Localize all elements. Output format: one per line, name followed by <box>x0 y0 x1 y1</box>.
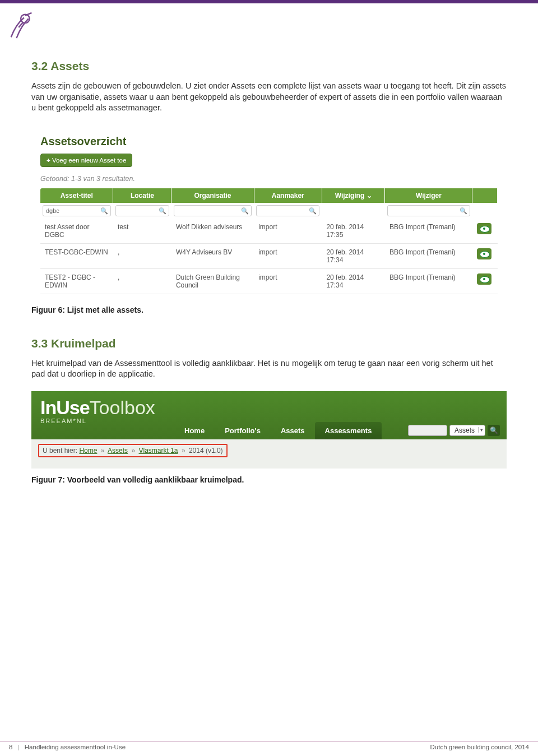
app-header: InUseToolbox BREEAM*NL Home Portfolio's … <box>31 391 507 439</box>
breadcrumb-assets[interactable]: Assets <box>108 447 128 454</box>
filter-modifier-input[interactable] <box>387 205 470 216</box>
search-scope-select[interactable]: Assets <box>449 425 485 436</box>
page-footer: 8 | Handleiding assessmenttool in-Use Du… <box>0 741 538 750</box>
breadcrumb-separator: » <box>182 447 185 454</box>
header-search-area: Assets 🔍 <box>31 421 507 439</box>
breadcrumb-separator: » <box>131 447 135 454</box>
cell-title: test Asset door DGBC <box>40 219 113 244</box>
breadcrumb-current: 2014 (v1.0) <box>189 447 223 454</box>
page-number: 8 <box>9 744 12 750</box>
filter-org-input[interactable] <box>174 205 252 216</box>
cell-location: , <box>113 268 171 294</box>
dgbc-logo <box>7 9 39 41</box>
footer-doc-title: Handleiding assessmenttool in-Use <box>25 744 126 750</box>
header-search-input[interactable] <box>408 425 447 436</box>
brand-inuse: InUse <box>40 397 90 419</box>
figure-7-breadcrumb: InUseToolbox BREEAM*NL Home Portfolio's … <box>31 391 507 469</box>
table-header-row: Asset-titel Locatie Organisatie Aanmaker… <box>40 188 498 203</box>
footer-org: Dutch green building council, 2014 <box>430 744 529 750</box>
view-button[interactable] <box>477 223 491 234</box>
cell-modifier: BBG Import (Tremani) <box>385 243 472 268</box>
cell-creator: import <box>254 219 322 244</box>
add-asset-button[interactable]: Voeg een nieuw Asset toe <box>40 154 132 167</box>
figure-6-asset-overview: Assetsoverzicht Voeg een nieuw Asset toe… <box>31 125 507 299</box>
cell-org: Dutch Green Building Council <box>171 268 254 294</box>
filter-location-input[interactable] <box>115 205 169 216</box>
table-row: test Asset door DGBC test Wolf Dikken ad… <box>40 219 498 244</box>
logo-area <box>0 3 538 46</box>
search-button[interactable]: 🔍 <box>488 425 500 436</box>
col-creator[interactable]: Aanmaker <box>254 188 322 203</box>
col-modifier[interactable]: Wijziger <box>385 188 472 203</box>
cell-creator: import <box>254 243 322 268</box>
table-filter-row: 🔍 🔍 🔍 🔍 🔍 <box>40 203 498 219</box>
section-3-3-body: Het kruimelpad van de Assessmenttool is … <box>31 358 507 380</box>
section-3-2-body: Assets zijn de gebouwen of gebouwdelen. … <box>31 81 507 114</box>
view-button[interactable] <box>477 248 491 259</box>
breadcrumb-highlight-box: U bent hier: Home » Assets » Vlasmarkt 1… <box>38 444 228 457</box>
cell-modified: 20 feb. 2014 17:35 <box>322 219 385 244</box>
col-organisation[interactable]: Organisatie <box>171 188 254 203</box>
cell-location: test <box>113 219 171 244</box>
brand-logo: InUseToolbox <box>40 397 498 419</box>
col-location[interactable]: Locatie <box>113 188 171 203</box>
brand-toolbox: Toolbox <box>90 397 155 419</box>
cell-modifier: BBG Import (Tremani) <box>385 268 472 294</box>
cell-org: Wolf Dikken adviseurs <box>171 219 254 244</box>
cell-modified: 20 feb. 2014 17:34 <box>322 268 385 294</box>
footer-separator: | <box>18 744 20 750</box>
view-button[interactable] <box>477 273 491 285</box>
filter-creator-input[interactable] <box>256 205 319 216</box>
results-count: Getoond: 1-3 van 3 resultaten. <box>40 175 498 183</box>
col-actions <box>472 188 498 203</box>
breadcrumb-home[interactable]: Home <box>79 447 97 454</box>
table-row: TEST2 - DGBC - EDWIN , Dutch Green Build… <box>40 268 498 294</box>
figure-6-caption: Figuur 6: Lijst met alle assets. <box>31 305 507 314</box>
section-3-2-heading: 3.2 Assets <box>31 59 507 73</box>
figure-7-caption: Figuur 7: Voorbeeld van volledig aanklik… <box>31 475 507 484</box>
breadcrumb-bar: U bent hier: Home » Assets » Vlasmarkt 1… <box>31 439 507 469</box>
cell-location: , <box>113 243 171 268</box>
col-asset-title[interactable]: Asset-titel <box>40 188 113 203</box>
col-modified[interactable]: Wijziging ⌄ <box>322 188 385 203</box>
filter-title-input[interactable] <box>43 205 111 216</box>
section-3-3-heading: 3.3 Kruimelpad <box>31 337 507 350</box>
cell-org: W4Y Adviseurs BV <box>171 243 254 268</box>
cell-modifier: BBG Import (Tremani) <box>385 219 472 244</box>
cell-title: TEST-DGBC-EDWIN <box>40 243 113 268</box>
cell-creator: import <box>254 268 322 294</box>
assets-overview-title: Assetsoverzicht <box>40 135 498 148</box>
cell-title: TEST2 - DGBC - EDWIN <box>40 268 113 294</box>
search-icon: 🔍 <box>490 426 498 434</box>
assets-table: Asset-titel Locatie Organisatie Aanmaker… <box>40 188 498 294</box>
cell-modified: 20 feb. 2014 17:34 <box>322 243 385 268</box>
breadcrumb-separator: » <box>101 447 105 454</box>
table-row: TEST-DGBC-EDWIN , W4Y Adviseurs BV impor… <box>40 243 498 268</box>
breadcrumb-vlasmarkt[interactable]: Vlasmarkt 1a <box>139 447 178 454</box>
breadcrumb-prefix: U bent hier: <box>43 447 77 454</box>
